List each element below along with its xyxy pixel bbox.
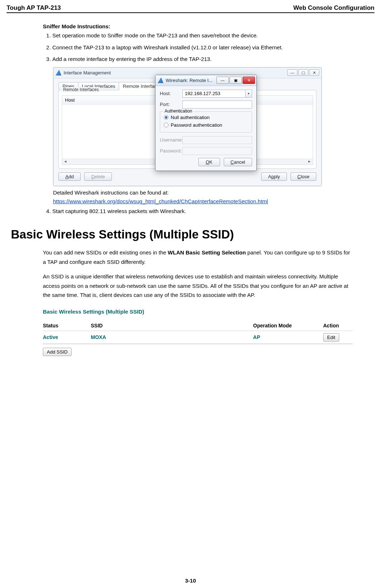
interface-management-window: Interface Management — ▢ ✕ Pipes Local I…: [53, 67, 322, 186]
instruction-step: Start capturing 802.11 wireless packets …: [52, 207, 353, 216]
col-action: Action: [323, 321, 353, 331]
operation-mode-value: AP: [253, 331, 323, 344]
window-close-button[interactable]: ✕: [309, 69, 319, 76]
ok-button[interactable]: OK: [198, 158, 220, 166]
password-auth-radio[interactable]: [164, 123, 169, 127]
instruction-list: Set operation mode to Sniffer mode on th…: [43, 32, 353, 64]
delete-button: Delete: [84, 172, 112, 181]
cancel-button[interactable]: Cancel: [224, 158, 252, 166]
table-row: Active MOXA AP Edit: [43, 331, 353, 344]
section-paragraph: You can add new SSIDs or edit existing o…: [43, 248, 353, 266]
instruction-step: Set operation mode to Sniffer mode on th…: [52, 32, 353, 40]
dialog-maximize-button[interactable]: ▣: [230, 77, 242, 84]
ssid-value: MOXA: [91, 331, 253, 344]
status-value: Active: [43, 331, 91, 344]
scroll-left-icon[interactable]: ◄: [62, 159, 68, 163]
dialog-close-button[interactable]: ✕: [243, 77, 255, 84]
password-label: Password:: [160, 148, 182, 154]
window-maximize-button[interactable]: ▢: [298, 69, 308, 76]
edit-button[interactable]: Edit: [323, 333, 339, 342]
wireshark-icon: [56, 70, 61, 75]
wireshark-caption: Detailed Wireshark instructions can be f…: [53, 189, 169, 196]
host-label: Host:: [160, 91, 182, 96]
ssid-table: Status SSID Operation Mode Action Active…: [43, 321, 353, 344]
add-button[interactable]: Add: [58, 172, 81, 181]
instruction-step: Add a remote interface by entering the I…: [52, 55, 353, 64]
authentication-group-label: Authentication: [163, 109, 194, 114]
window-minimize-button[interactable]: —: [287, 69, 297, 76]
scroll-right-icon[interactable]: ►: [307, 159, 312, 163]
chevron-down-icon[interactable]: ▾: [246, 90, 252, 98]
add-ssid-button[interactable]: Add SSID: [43, 348, 72, 356]
sniffer-heading: Sniffer Mode Instructions:: [43, 23, 353, 29]
port-label: Port:: [160, 102, 182, 107]
null-auth-label: Null authentication: [171, 115, 210, 120]
password-auth-label: Password authentication: [171, 122, 222, 128]
wireshark-icon: [158, 77, 163, 83]
password-input: [182, 147, 252, 155]
remote-interface-dialog: Wireshark: Remote I... — ▣ ✕ Host: 192.1…: [155, 75, 257, 171]
page-number: 3-10: [0, 577, 381, 584]
dialog-title: Wireshark: Remote I...: [166, 78, 216, 83]
header-right: Web Console Configuration: [293, 4, 374, 12]
remote-interfaces-group-label: Remote Interfaces: [62, 87, 100, 92]
dialog-minimize-button[interactable]: —: [216, 77, 229, 84]
wireshark-link[interactable]: https://www.wireshark.org/docs/wsug_html…: [53, 198, 268, 204]
port-input[interactable]: [182, 101, 252, 109]
col-operation-mode: Operation Mode: [253, 321, 323, 331]
apply-button[interactable]: Apply: [261, 172, 287, 181]
panel-title: Basic Wireless Settings (Multiple SSID): [43, 309, 353, 315]
username-label: Username:: [160, 137, 182, 143]
close-button[interactable]: Close: [291, 172, 316, 181]
host-input[interactable]: 192.168.127.253: [182, 90, 246, 98]
section-title: Basic Wireless Settings (Multiple SSID): [11, 228, 353, 241]
header-left: Tough AP TAP-213: [7, 4, 61, 12]
col-ssid: SSID: [91, 321, 253, 331]
null-auth-radio[interactable]: [164, 115, 169, 120]
section-paragraph: An SSID is a unique identifier that wire…: [43, 272, 353, 300]
instruction-step: Connect the TAP-213 to a laptop with Wir…: [52, 44, 353, 52]
col-status: Status: [43, 321, 91, 331]
username-input: [182, 136, 252, 144]
instruction-list-cont: Start capturing 802.11 wireless packets …: [43, 207, 353, 216]
